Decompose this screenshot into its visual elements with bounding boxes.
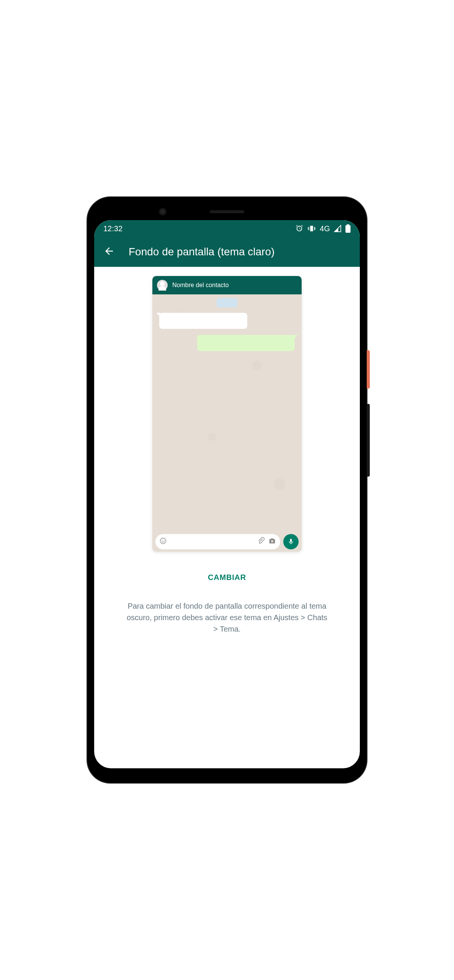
volume-button [367,404,370,477]
preview-chat-header: Nombre del contacto [152,276,302,294]
home-indicator[interactable] [189,763,265,765]
help-text: Para cambiar el fondo de pantalla corres… [108,600,346,635]
wallpaper-preview: Nombre del contacto [152,276,302,552]
outgoing-bubble [197,335,295,351]
power-button [367,350,370,389]
battery-icon [345,224,351,233]
svg-point-3 [162,540,163,541]
preview-text-input [155,534,280,549]
status-icons: 4G [295,224,351,233]
mic-button [283,534,299,549]
camera-icon [268,537,276,547]
change-button[interactable]: CAMBIAR [200,569,254,586]
status-time: 12:32 [103,224,122,233]
network-label: 4G [320,224,330,233]
content: Nombre del contacto [94,267,360,635]
alarm-icon [295,224,304,233]
preview-chat-body [152,294,302,532]
signal-icon [334,225,341,232]
status-bar: 12:32 4G [94,220,360,237]
screen: 12:32 4G [94,220,360,768]
back-button[interactable] [100,242,118,261]
phone-frame: 12:32 4G [87,197,367,783]
svg-rect-1 [347,224,349,225]
avatar-icon [157,280,168,291]
attach-icon [257,537,265,546]
incoming-bubble [159,313,247,329]
preview-contact-name: Nombre del contacto [172,282,229,289]
page-title: Fondo de pantalla (tema claro) [129,246,274,258]
preview-input-row [152,532,302,552]
svg-rect-0 [345,225,350,233]
emoji-icon [159,537,167,546]
svg-point-5 [271,540,273,542]
vibrate-icon [307,224,316,233]
speaker-grill [210,210,244,213]
front-camera [158,207,167,216]
svg-point-4 [164,540,165,541]
date-pill [217,298,237,307]
app-bar: Fondo de pantalla (tema claro) [94,237,360,267]
svg-point-2 [160,538,166,544]
